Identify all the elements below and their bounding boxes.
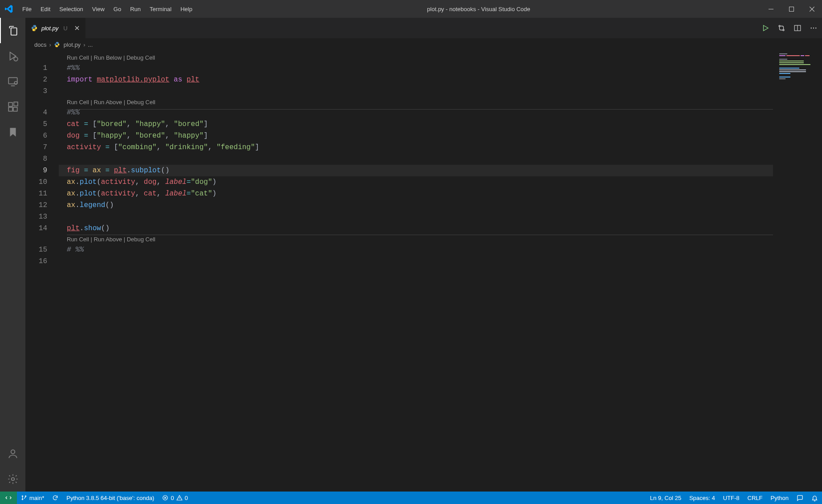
bookmark-icon[interactable] [0,119,25,145]
editor-actions [761,18,822,38]
menu-view[interactable]: View [88,0,109,18]
close-button[interactable] [802,0,822,18]
chevron-right-icon: › [83,41,85,48]
svg-point-18 [813,28,814,28]
vscode-icon [0,5,18,13]
breadcrumb-docs[interactable]: docs [34,41,46,48]
svg-rect-4 [8,77,17,84]
encoding[interactable]: UTF-8 [719,492,744,504]
breadcrumb-file[interactable]: plot.py [54,41,81,48]
menu-file[interactable]: File [18,0,36,18]
extensions-icon[interactable] [0,94,25,119]
breadcrumb: docs › plot.py › ... [25,38,822,51]
svg-rect-1 [789,7,794,11]
minimap[interactable] [773,51,822,492]
menu-edit[interactable]: Edit [36,0,55,18]
svg-rect-8 [13,107,17,111]
svg-point-21 [22,499,23,500]
svg-point-13 [779,25,780,27]
settings-gear-icon[interactable] [0,466,25,492]
git-compare-icon[interactable] [777,24,785,32]
window-title: plot.py - notebooks - Visual Studio Code [197,6,761,12]
window-controls [761,0,822,18]
codelens-cell-1[interactable]: Run Cell | Run Below | Debug Cell [59,53,822,62]
menu-terminal[interactable]: Terminal [145,0,176,18]
run-file-icon[interactable] [761,24,769,32]
minimize-button[interactable] [761,0,781,18]
svg-rect-9 [14,102,18,106]
title-bar: File Edit Selection View Go Run Terminal… [0,0,822,18]
line-number-gutter: 1 2 3 4 5 6 7 8 9 10 11 12 13 14 15 16 [25,51,59,492]
run-debug-icon[interactable] [0,43,25,69]
split-editor-icon[interactable] [794,24,802,32]
explorer-icon[interactable] [0,18,25,43]
svg-marker-2 [10,52,16,60]
svg-point-20 [22,496,23,496]
remote-indicator[interactable] [0,492,17,504]
svg-point-10 [11,450,15,454]
menu-selection[interactable]: Selection [55,0,87,18]
python-file-icon [31,24,38,32]
codelens-cell-2[interactable]: Run Cell | Run Above | Debug Cell [59,97,822,107]
svg-point-14 [783,29,784,31]
menu-help[interactable]: Help [176,0,197,18]
sync-icon[interactable] [48,492,62,504]
tab-plot-py[interactable]: plot.py U [25,18,86,38]
indentation[interactable]: Spaces: 4 [685,492,719,504]
svg-point-11 [11,477,14,480]
svg-point-17 [811,28,812,28]
python-interpreter[interactable]: Python 3.8.5 64-bit ('base': conda) [62,492,158,504]
menu-run[interactable]: Run [126,0,145,18]
tab-modified-marker: U [63,25,67,32]
codelens-cell-3[interactable]: Run Cell | Run Above | Debug Cell [59,234,822,244]
breadcrumb-file-label: plot.py [64,41,81,48]
activity-bar [0,18,25,492]
code-content[interactable]: Run Cell | Run Below | Debug Cell #%% im… [59,51,822,492]
editor-group: plot.py U [25,18,822,492]
current-line: fig = ax = plt.subplot() [59,165,822,176]
tabs-row: plot.py U [25,18,822,38]
menu-bar: File Edit Selection View Go Run Terminal… [18,0,197,18]
svg-rect-6 [8,102,12,106]
remote-icon[interactable] [0,69,25,94]
svg-point-3 [14,57,18,61]
svg-rect-0 [769,9,773,9]
notifications-icon[interactable] [807,492,822,504]
cursor-position[interactable]: Ln 9, Col 25 [646,492,685,504]
tab-close-icon[interactable] [74,25,80,31]
git-branch[interactable]: main* [17,492,48,504]
language-mode[interactable]: Python [767,492,793,504]
chevron-right-icon: › [49,41,51,48]
status-bar: main* Python 3.8.5 64-bit ('base': conda… [0,492,822,504]
more-actions-icon[interactable] [810,24,818,32]
maximize-button[interactable] [781,0,802,18]
svg-marker-12 [764,25,769,31]
code-editor[interactable]: 1 2 3 4 5 6 7 8 9 10 11 12 13 14 15 16 [25,51,822,492]
eol[interactable]: CRLF [744,492,767,504]
feedback-icon[interactable] [793,492,807,504]
accounts-icon[interactable] [0,441,25,466]
problems[interactable]: 0 0 [158,492,191,504]
svg-rect-7 [8,107,12,111]
svg-point-19 [815,28,816,28]
tab-label: plot.py [41,25,58,32]
breadcrumb-more[interactable]: ... [88,41,93,48]
svg-point-22 [25,496,26,496]
menu-go[interactable]: Go [109,0,126,18]
main-area: plot.py U [0,18,822,492]
